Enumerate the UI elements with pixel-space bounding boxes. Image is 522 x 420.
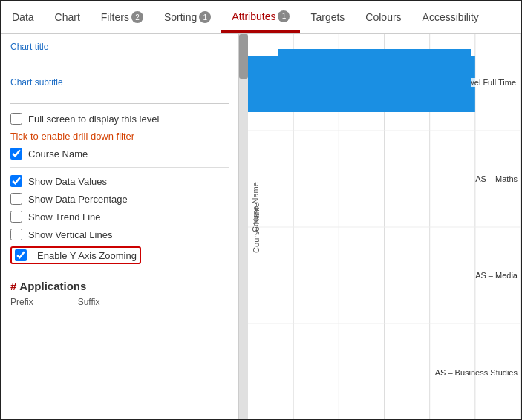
- show-trend-line-row: Show Trend Line: [10, 211, 229, 223]
- prefix-suffix-row: Prefix Suffix: [10, 297, 229, 307]
- row-business: AS – Business Studies: [263, 324, 521, 420]
- y-axis-label: Course Name: [251, 223, 260, 232]
- fullscreen-label: Full screen to display this level: [28, 114, 159, 125]
- show-trend-line-checkbox[interactable]: [10, 211, 22, 223]
- tab-chart-label: Chart: [55, 11, 80, 23]
- show-vertical-lines-label: Show Vertical Lines: [28, 229, 112, 240]
- show-vertical-lines-checkbox[interactable]: [10, 229, 22, 240]
- suffix-label: Suffix: [78, 297, 100, 307]
- enable-y-axis-zooming-row: Enable Y Axis Zooming: [10, 246, 229, 264]
- drill-down-label: Tick to enable drill down filter: [10, 131, 229, 142]
- show-data-values-row: Show Data Values: [10, 175, 229, 187]
- main-content: Chart title Chart subtitle Full screen t…: [1, 34, 521, 420]
- hash-icon: #: [10, 280, 16, 292]
- filters-badge: 2: [131, 11, 143, 23]
- enable-y-axis-zooming-label: Enable Y Axis Zooming: [37, 250, 137, 261]
- enable-y-axis-zooming-highlight: Enable Y Axis Zooming: [10, 246, 141, 264]
- chart-subtitle-input[interactable]: [10, 89, 229, 104]
- show-data-percentage-row: Show Data Percentage: [10, 193, 229, 205]
- tab-chart[interactable]: Chart: [45, 1, 91, 33]
- chart-rows: A-level Full Time AS – Maths AS – Media: [263, 34, 521, 420]
- fullscreen-row: Full screen to display this level: [10, 113, 229, 125]
- tab-accessibility-label: Accessibility: [423, 11, 479, 23]
- tab-filters-label: Filters: [101, 11, 129, 23]
- chart-labels: Course Name A-level Full Time AS – Maths: [248, 34, 521, 420]
- chart-title-input[interactable]: [10, 53, 229, 68]
- fullscreen-checkbox[interactable]: [10, 113, 22, 125]
- chart-subtitle-label: Chart subtitle: [10, 77, 229, 88]
- chart-container: A-level Full Time Course Name Course Nam…: [248, 34, 521, 420]
- show-data-values-checkbox[interactable]: [10, 175, 22, 187]
- left-panel: Chart title Chart subtitle Full screen t…: [1, 34, 239, 420]
- enable-y-axis-zooming-checkbox[interactable]: [15, 249, 27, 261]
- attributes-badge: 1: [278, 10, 290, 22]
- tab-attributes-label: Attributes: [232, 10, 275, 22]
- show-data-percentage-label: Show Data Percentage: [28, 194, 128, 205]
- scroll-thumb[interactable]: [239, 34, 248, 79]
- chart-title-label: Chart title: [10, 42, 229, 52]
- tab-filters[interactable]: Filters 2: [91, 1, 154, 33]
- tab-targets-label: Targets: [310, 11, 345, 23]
- maths-label: AS – Maths: [475, 174, 518, 183]
- tab-bar: Data Chart Filters 2 Sorting 1 Attribute…: [1, 1, 521, 34]
- tab-data-label: Data: [12, 11, 34, 23]
- tab-attributes[interactable]: Attributes 1: [221, 1, 300, 33]
- right-panel: A-level Full Time Course Name Course Nam…: [239, 34, 521, 420]
- row-alevel: A-level Full Time: [263, 34, 521, 131]
- show-data-values-label: Show Data Values: [28, 176, 107, 187]
- prefix-label: Prefix: [10, 297, 33, 307]
- course-name-row: Course Name: [10, 148, 229, 160]
- row-media: AS – Media: [263, 227, 521, 324]
- applications-title: #Applications: [10, 280, 229, 292]
- tab-data[interactable]: Data: [1, 1, 45, 33]
- show-vertical-lines-row: Show Vertical Lines: [10, 229, 229, 240]
- business-label: AS – Business Studies: [435, 368, 518, 377]
- course-name-checkbox[interactable]: [10, 148, 22, 160]
- tab-targets[interactable]: Targets: [300, 1, 355, 33]
- tab-sorting-label: Sorting: [164, 11, 197, 23]
- show-trend-line-label: Show Trend Line: [28, 211, 101, 223]
- scroll-track[interactable]: [239, 34, 248, 420]
- row-maths: AS – Maths: [263, 131, 521, 227]
- tab-accessibility[interactable]: Accessibility: [412, 1, 489, 33]
- divider-1: [10, 167, 229, 168]
- tab-colours[interactable]: Colours: [355, 1, 411, 33]
- course-name-label: Course Name: [28, 148, 88, 160]
- show-data-percentage-checkbox[interactable]: [10, 193, 22, 205]
- tab-sorting[interactable]: Sorting 1: [154, 1, 221, 33]
- tab-colours-label: Colours: [365, 11, 401, 23]
- divider-2: [10, 272, 229, 272]
- alevel-bar: [278, 49, 471, 105]
- media-label: AS – Media: [475, 271, 518, 280]
- sorting-badge: 1: [199, 11, 211, 23]
